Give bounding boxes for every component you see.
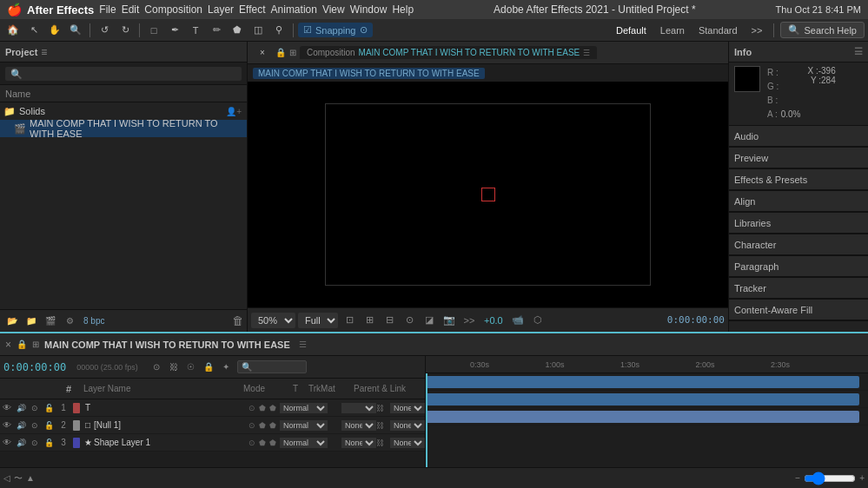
track-row-2[interactable] [426,408,868,425]
layer-lock-1[interactable]: 🔓 [42,421,56,430]
menu-animation[interactable]: Animation [271,3,317,16]
color-picker-btn[interactable]: ⊙ [401,312,418,329]
workspace-learn[interactable]: Learn [655,23,690,37]
arrow-tool[interactable]: ↖ [24,22,43,39]
section-header-tracker[interactable]: Tracker [729,278,868,299]
layer-mode-0[interactable]: Normal [280,403,328,413]
fit-to-viewer-btn[interactable]: ⊡ [341,312,358,329]
layer-solo-1[interactable]: ⊙ [28,421,42,430]
tl-zoom-in[interactable]: + [859,473,865,483]
snapping-checkbox[interactable]: ☑ [303,24,312,36]
layer-parent-chain-2[interactable]: ⛓ [376,439,390,447]
rect-tool[interactable]: □ [144,22,163,39]
track-row-0[interactable] [426,373,868,391]
camera-btn[interactable]: 📹 [509,312,527,329]
resolution-select[interactable]: Full [298,313,338,328]
layer-sw3-2[interactable]: ⬟ [269,439,280,447]
project-delete-btn[interactable]: 🗑 [232,314,243,327]
hand-tool[interactable]: ✋ [45,22,64,39]
section-header-audio[interactable]: Audio [729,126,868,147]
toggle-mask-btn[interactable]: ⊞ [361,312,378,329]
comp-close-btn[interactable]: × [253,44,272,62]
layer-parent-chain-1[interactable]: ⛓ [376,421,390,430]
workspace-default[interactable]: Default [611,23,652,37]
layer-trkmat-1[interactable]: None [341,420,376,431]
menu-edit[interactable]: Edit [122,3,140,16]
project-search-input[interactable] [5,67,242,81]
section-header-align[interactable]: Align [729,191,868,212]
menu-help[interactable]: Help [392,3,414,16]
project-import-btn[interactable]: 📂 [3,313,21,330]
zoom-tool[interactable]: 🔍 [66,22,85,39]
section-header-libraries[interactable]: Libraries [729,213,868,234]
project-new-folder-btn[interactable]: 📁 [23,313,40,330]
more-btn[interactable]: >> [461,312,478,329]
tl-graph-editor[interactable]: 〜 [14,472,23,485]
layer-sw3-1[interactable]: ⬟ [269,421,280,430]
menu-window[interactable]: Window [350,3,388,16]
folder-new-btn[interactable]: 👤+ [226,107,242,116]
layer-parent-1[interactable]: None [390,420,425,431]
project-item-main-comp[interactable]: 🎬 MAIN COMP THAT I WISH TO RETURN TO WIT… [0,120,247,137]
toggle-overlay-btn[interactable]: ⊟ [381,312,398,329]
layer-fx-1[interactable]: ⬟ [259,421,269,430]
rotate-ccw[interactable]: ↺ [95,22,114,39]
eraser-tool[interactable]: ◫ [248,22,268,39]
layer-audio-1[interactable]: 🔊 [14,421,28,430]
layer-audio-0[interactable]: 🔊 [14,404,28,412]
menu-file[interactable]: File [99,3,116,16]
layer-fx-0[interactable]: ⬟ [259,404,269,412]
tl-solo-icon[interactable]: ☉ [183,359,199,375]
layer-parent-0[interactable]: None [390,403,425,413]
layer-anim-2[interactable]: ⊙ [248,439,259,447]
project-new-comp-btn[interactable]: 🎬 [42,313,59,330]
rotate-cw[interactable]: ↻ [116,22,135,39]
tl-link-icon[interactable]: ⛓ [166,359,182,375]
timeline-menu[interactable]: ☰ [299,340,307,349]
layer-fx-2[interactable]: ⬟ [259,439,269,447]
layer-parent-chain-0[interactable]: ⛓ [376,404,390,412]
section-header-preview[interactable]: Preview [729,148,868,168]
home-btn[interactable]: 🏠 [3,22,23,39]
pen-tool[interactable]: ✒ [165,22,184,39]
transparency-btn[interactable]: ◪ [421,312,438,329]
zoom-select[interactable]: 50% [251,313,295,328]
layer-trkmat-2[interactable]: None [341,438,376,448]
project-item-solids[interactable]: 📁 Solids 👤+ [0,102,247,120]
tl-expand-btn[interactable]: ▲ [26,473,35,483]
tl-effects-icon[interactable]: ✦ [218,359,234,375]
layer-visibility-0[interactable]: 👁 [0,403,14,412]
layer-row[interactable]: 👁 🔊 ⊙ 🔓 2 □ [Null 1] ⊙ ⬟ ⬟ Normal None ⛓… [0,417,425,434]
apple-icon[interactable]: 🍎 [7,3,22,16]
section-header-content-aware-fill[interactable]: Content-Aware Fill [729,300,868,320]
layer-solo-0[interactable]: ⊙ [28,404,42,412]
menu-layer[interactable]: Layer [208,3,234,16]
text-tool[interactable]: T [186,22,205,39]
tl-zoom-slider[interactable] [804,472,856,485]
stamp-tool[interactable]: ⬟ [228,22,247,39]
track-row-1[interactable] [426,391,868,408]
layer-audio-2[interactable]: 🔊 [14,439,28,447]
layer-row[interactable]: 👁 🔊 ⊙ 🔓 3 ★ Shape Layer 1 ⊙ ⬟ ⬟ Normal N… [0,434,425,452]
layer-visibility-1[interactable]: 👁 [0,420,14,430]
layer-sw3-0[interactable]: ⬟ [269,404,280,412]
layer-parent-2[interactable]: None [390,438,425,448]
puppet-tool[interactable]: ⚲ [269,22,288,39]
snapshot-btn[interactable]: 📷 [441,312,458,329]
workspace-more[interactable]: >> [746,23,768,37]
comp-canvas-area[interactable] [248,82,728,307]
layer-mode-2[interactable]: Normal [280,438,328,448]
layer-row[interactable]: 👁 🔊 ⊙ 🔓 1 T ⊙ ⬟ ⬟ Normal ⛓ None [0,399,425,417]
tl-add-marker[interactable]: ◁ [3,473,10,483]
timeline-close-btn[interactable]: × [5,339,11,351]
tl-zoom-out[interactable]: − [795,473,800,483]
region-btn[interactable]: ⬡ [529,312,547,329]
project-panel-menu[interactable]: ≡ [41,46,47,58]
layer-anim-1[interactable]: ⊙ [248,421,259,430]
project-settings-btn[interactable]: ⚙ [61,313,78,330]
layer-anim-0[interactable]: ⊙ [248,404,259,412]
tl-lock-icon[interactable]: 🔒 [201,359,216,375]
search-help-button[interactable]: 🔍 Search Help [780,22,865,38]
tl-parent-icon[interactable]: ⊙ [149,359,164,375]
brush-tool[interactable]: ✏ [207,22,226,39]
